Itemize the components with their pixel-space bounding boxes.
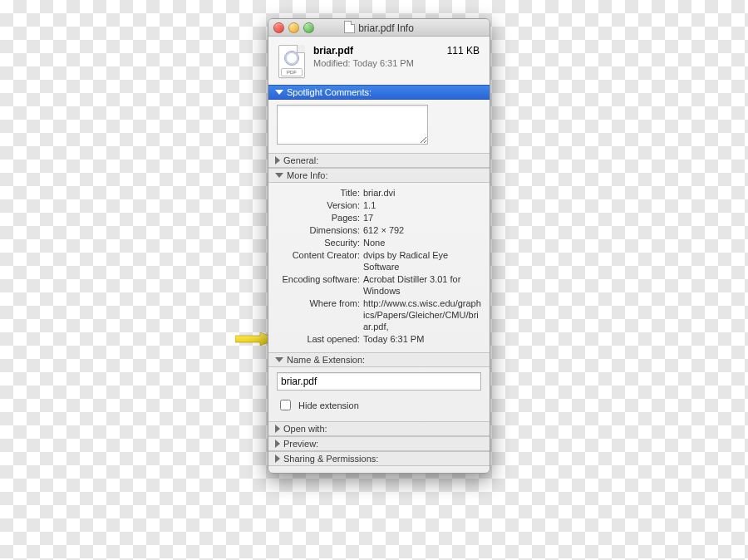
- info-label: Where from:: [277, 297, 363, 309]
- info-row-pages: Pages: 17: [277, 212, 481, 224]
- section-more-info[interactable]: More Info:: [268, 168, 490, 183]
- chevron-right-icon: [275, 425, 280, 433]
- hide-extension-checkbox[interactable]: [280, 400, 291, 410]
- spotlight-comments-input[interactable]: [277, 105, 428, 145]
- info-row-content-creator: Content Creator: dvips by Radical Eye So…: [277, 249, 481, 273]
- hide-extension-label: Hide extension: [298, 400, 359, 410]
- section-spotlight-comments[interactable]: Spotlight Comments:: [268, 85, 490, 100]
- file-modified: Modified: Today 6:31 PM: [313, 58, 447, 68]
- section-label: Open with:: [283, 424, 327, 434]
- section-label: More Info:: [287, 170, 328, 180]
- file-name: briar.pdf: [313, 45, 447, 56]
- window-title-text: briar.pdf Info: [358, 22, 414, 34]
- info-row-encoding-software: Encoding software: Acrobat Distiller 3.0…: [277, 273, 481, 297]
- close-button[interactable]: [273, 22, 284, 33]
- chevron-right-icon: [275, 440, 280, 448]
- section-general[interactable]: General:: [268, 153, 490, 168]
- document-icon: [344, 21, 355, 33]
- hide-extension-row[interactable]: Hide extension: [277, 397, 481, 413]
- info-label: Title:: [277, 187, 363, 199]
- info-row-last-opened: Last opened: Today 6:31 PM: [277, 333, 481, 345]
- chevron-right-icon: [275, 454, 280, 463]
- info-value: 1.1: [363, 199, 481, 211]
- section-label: General:: [283, 155, 318, 165]
- info-row-title: Title: briar.dvi: [277, 187, 481, 199]
- name-extension-body: Hide extension: [268, 367, 490, 421]
- chevron-right-icon: [275, 156, 280, 165]
- section-preview[interactable]: Preview:: [268, 436, 490, 451]
- info-value: Acrobat Distiller 3.01 for Windows: [363, 273, 481, 297]
- info-window: briar.pdf Info PDF briar.pdf Modified: T…: [268, 18, 490, 474]
- info-row-version: Version: 1.1: [277, 199, 481, 211]
- more-info-body: Title: briar.dvi Version: 1.1 Pages: 17 …: [268, 183, 490, 352]
- section-label: Name & Extension:: [287, 355, 365, 365]
- info-value: http://www.cs.wisc.edu/graphics/Papers/G…: [363, 297, 481, 332]
- section-name-extension[interactable]: Name & Extension:: [268, 352, 490, 367]
- section-label: Spotlight Comments:: [287, 87, 372, 97]
- section-label: Preview:: [283, 439, 318, 449]
- section-sharing-permissions[interactable]: Sharing & Permissions:: [268, 451, 490, 466]
- zoom-button[interactable]: [303, 22, 314, 33]
- section-label: Sharing & Permissions:: [283, 454, 378, 464]
- info-value: dvips by Radical Eye Software: [363, 249, 481, 273]
- pdf-file-icon: PDF: [278, 45, 305, 78]
- info-label: Version:: [277, 199, 363, 211]
- info-value: 17: [363, 212, 481, 224]
- chevron-down-icon: [275, 357, 283, 362]
- info-row-security: Security: None: [277, 237, 481, 248]
- file-size: 111 KB: [447, 45, 480, 56]
- info-row-where-from: Where from: http://www.cs.wisc.edu/graph…: [277, 297, 481, 332]
- file-header: PDF briar.pdf Modified: Today 6:31 PM 11…: [268, 37, 490, 85]
- file-type-badge: PDF: [281, 68, 303, 76]
- info-value: None: [363, 237, 481, 248]
- info-label: Pages:: [277, 212, 363, 224]
- info-value: 612 × 792: [363, 224, 481, 236]
- info-label: Encoding software:: [277, 273, 363, 285]
- minimize-button[interactable]: [288, 22, 299, 33]
- info-label: Content Creator:: [277, 249, 363, 261]
- chevron-down-icon: [275, 90, 283, 95]
- name-extension-input[interactable]: [277, 372, 481, 391]
- info-value: briar.dvi: [363, 187, 481, 199]
- section-open-with[interactable]: Open with:: [268, 421, 490, 436]
- info-label: Dimensions:: [277, 224, 363, 236]
- info-row-dimensions: Dimensions: 612 × 792: [277, 224, 481, 236]
- chevron-down-icon: [275, 173, 283, 178]
- info-label: Last opened:: [277, 333, 363, 345]
- info-value: Today 6:31 PM: [363, 333, 481, 345]
- traffic-lights: [273, 22, 314, 33]
- info-label: Security:: [277, 237, 363, 248]
- titlebar[interactable]: briar.pdf Info: [268, 19, 490, 37]
